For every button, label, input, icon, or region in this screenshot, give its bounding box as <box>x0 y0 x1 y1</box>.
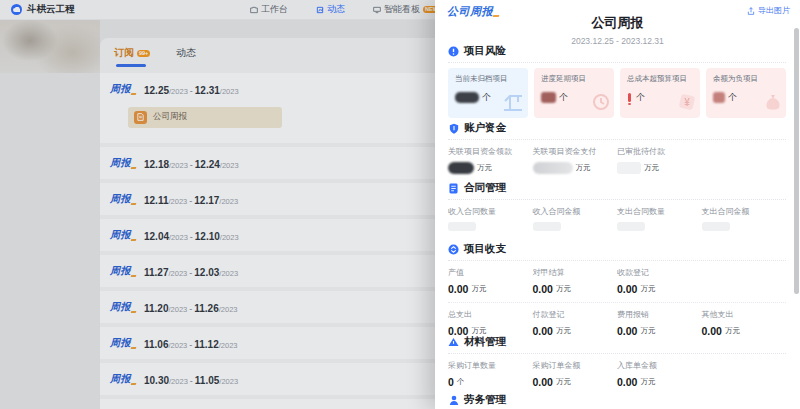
risk-card-over-budget: 总成本超预算项目 个 ¥ <box>620 68 700 118</box>
stat-expense-contract-count: 支出合同数量 <box>617 206 702 231</box>
contract-icon <box>448 183 459 194</box>
divider <box>448 302 786 303</box>
export-icon <box>747 7 755 15</box>
section-project-balance: 项目收支 产值 0.00万元 对甲结算 0.00万元 收款登记 0.00万元 <box>448 242 786 337</box>
person-icon <box>448 395 459 406</box>
scrollbar-track[interactable] <box>794 0 799 409</box>
risk-icon <box>448 46 459 57</box>
section-labor-management: 劳务管理 <box>448 393 786 409</box>
section-contract-management: 合同管理 收入合同数量 收入合同金额 支出合同数量 支出合同金额 <box>448 181 786 231</box>
app-window: 斗栱云工程 工作台 动态 智能看板 NEW 订阅 99+ 动态 <box>0 0 800 409</box>
masked-value <box>455 92 479 103</box>
stat-funds-paid: 关联项目资金支付 万元 <box>533 146 618 174</box>
masked-value <box>533 222 561 231</box>
masked-value <box>702 222 730 231</box>
materials-icon <box>448 337 459 348</box>
masked-value <box>617 162 641 174</box>
scrollbar-thumb[interactable] <box>794 28 799 294</box>
risk-card-negative-balance: 余额为负项目 个 <box>706 68 786 118</box>
company-weekly-report-drawer: 公司周报 导出图片 公司周报 2023.12.25 - 2023.12.31 项… <box>435 0 800 409</box>
section-project-risk: 项目风险 当前未归档项目 个 进度延期项目 个 <box>448 44 786 118</box>
masked-value <box>713 92 725 103</box>
shield-icon <box>448 123 459 134</box>
drawer-backdrop[interactable] <box>0 0 435 409</box>
stat-purchase-order-count: 采购订单数量 0个 <box>448 360 533 388</box>
risk-card-unarchived: 当前未归档项目 个 <box>448 68 528 118</box>
stat-expense-reimbursement: 费用报销 0.00万元 <box>617 309 702 337</box>
section-title: 合同管理 <box>464 181 506 195</box>
section-title: 项目收支 <box>464 242 506 256</box>
balance-icon <box>448 244 459 255</box>
stat-approved-pending: 已审批待付款 万元 <box>617 146 702 174</box>
section-title: 材料管理 <box>464 335 506 349</box>
cost-overrun-icon: ¥ <box>677 92 697 116</box>
weekly-report-logo: 公司周报 <box>447 4 498 19</box>
money-bag-icon <box>763 93 783 116</box>
stat-receipt-registration: 收款登记 0.00万元 <box>617 267 702 295</box>
masked-value <box>533 162 573 174</box>
stat-funds-received: 关联项目资金领款 万元 <box>448 146 533 174</box>
stat-other-expenditure: 其他支出 0.00万元 <box>702 309 787 337</box>
stat-expense-contract-amount: 支出合同金额 <box>702 206 787 231</box>
stat-party-a-settlement: 对甲结算 0.00万元 <box>533 267 618 295</box>
masked-value <box>617 222 645 231</box>
stat-output-value: 产值 0.00万元 <box>448 267 533 295</box>
section-title: 项目风险 <box>464 44 506 58</box>
section-account-funds: 账户资金 关联项目资金领款 万元 关联项目资金支付 万元 已审批待付款 万元 <box>448 121 786 174</box>
stat-payment-registration: 付款登记 0.00万元 <box>533 309 618 337</box>
stat-purchase-order-amount: 采购订单金额 0.00万元 <box>533 360 618 388</box>
stat-income-contract-amount: 收入合同金额 <box>533 206 618 231</box>
masked-value <box>448 162 474 174</box>
alert-mark <box>628 93 631 102</box>
section-material-management: 材料管理 采购订单数量 0个 采购订单金额 0.00万元 入库单金额 0.00万… <box>448 335 786 388</box>
stat-inbound-amount: 入库单金额 0.00万元 <box>617 360 702 388</box>
section-title: 劳务管理 <box>464 393 506 407</box>
stat-income-contract-count: 收入合同数量 <box>448 206 533 231</box>
stat-total-expenditure: 总支出 0.00万元 <box>448 309 533 337</box>
svg-text:¥: ¥ <box>684 97 690 108</box>
crane-icon <box>501 92 525 116</box>
masked-value <box>541 92 556 103</box>
section-title: 账户资金 <box>464 121 506 135</box>
masked-value <box>448 222 476 231</box>
clock-icon <box>591 92 611 116</box>
export-image-button[interactable]: 导出图片 <box>747 5 790 16</box>
risk-card-delayed: 进度延期项目 个 <box>534 68 614 118</box>
